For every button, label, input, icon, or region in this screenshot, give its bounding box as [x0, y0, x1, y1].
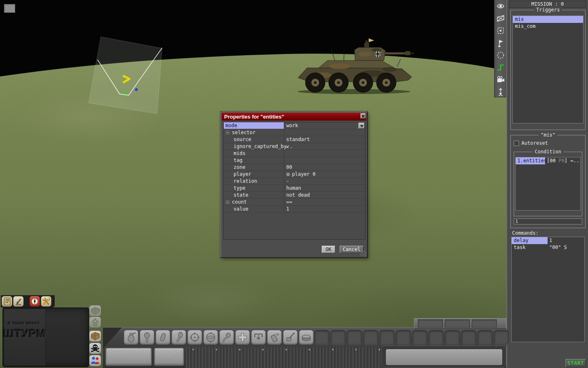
medkit-plus-icon[interactable]: [235, 330, 250, 345]
camera-icon[interactable]: [494, 74, 507, 86]
condition-item-value: [00 P0] =..: [545, 157, 580, 164]
squad-icon[interactable]: [89, 355, 101, 366]
detonator-icon[interactable]: [267, 330, 282, 345]
empty-slot[interactable]: [445, 330, 460, 345]
start-button[interactable]: START: [566, 359, 586, 367]
selection-marquee-icon[interactable]: [494, 25, 507, 37]
mission-header: MISSION : 0: [509, 1, 586, 8]
mis-group: "mis" Autoreset Condition 1.entities [00…: [510, 135, 586, 228]
empty-slot[interactable]: [347, 330, 362, 345]
resize-grip[interactable]: [360, 250, 366, 256]
condition-item-name: 1.entities: [516, 157, 545, 164]
empty-slot[interactable]: [331, 330, 345, 345]
property-row-mids[interactable]: mids: [224, 150, 365, 157]
tree-collapse-icon[interactable]: [226, 200, 229, 204]
waypoint-green-dot: [124, 92, 127, 94]
notes-icon[interactable]: [2, 296, 12, 307]
condition-value-input[interactable]: [514, 218, 582, 224]
check-icon: ✔: [286, 144, 289, 149]
close-icon[interactable]: [361, 113, 366, 119]
ok-button[interactable]: OK: [322, 246, 335, 253]
mine-icon[interactable]: [299, 330, 314, 345]
trigger-item-mis[interactable]: mis: [513, 16, 583, 23]
grenade-icon[interactable]: [124, 330, 138, 345]
antitank-grenade-icon[interactable]: [172, 330, 186, 345]
property-row-source[interactable]: source standart: [224, 136, 365, 143]
property-row-selector[interactable]: selector: [224, 129, 365, 136]
property-row-mode[interactable]: mode work: [224, 122, 365, 129]
empty-slot-row: [314, 330, 509, 345]
hand-slot-right[interactable]: [154, 348, 184, 366]
empty-slot[interactable]: [461, 330, 476, 345]
empty-slot[interactable]: [478, 330, 492, 345]
ribbed-panel: [186, 347, 382, 368]
empty-slot[interactable]: [412, 330, 427, 345]
eye-icon[interactable]: [494, 0, 507, 12]
condition-item-entities[interactable]: 1.entities [00 P0] =..: [516, 157, 580, 164]
property-row-count[interactable]: count ==: [224, 199, 365, 206]
triggers-group: Triggers mis mis_com: [510, 10, 586, 130]
viewport-overlay-square: [4, 4, 15, 13]
brick-icon[interactable]: [89, 305, 101, 316]
empty-slot[interactable]: [396, 330, 411, 345]
property-row-zone[interactable]: zone 00: [224, 164, 365, 171]
stick-grenade-icon[interactable]: [140, 330, 154, 345]
property-row-ignore-captured[interactable]: ignore_captured_by.. ✔: [224, 143, 365, 150]
player-color-swatch[interactable]: [286, 173, 290, 176]
triggers-legend: Triggers: [534, 7, 562, 13]
properties-dialog: Properties for "entities" mode work sele…: [220, 112, 368, 258]
map-plane-icon[interactable]: [494, 12, 507, 25]
hand-slot-left[interactable]: [105, 348, 152, 366]
empty-slot[interactable]: [314, 330, 329, 345]
crosshair-icon[interactable]: [187, 330, 202, 345]
command-item-delay[interactable]: delay 1: [512, 237, 584, 244]
skull-icon[interactable]: [89, 343, 101, 354]
property-row-value[interactable]: value 1: [224, 206, 365, 213]
trigger-item-mis-com[interactable]: mis_com: [513, 23, 583, 30]
autoreset-row: Autoreset: [514, 140, 548, 146]
commands-list: delay 1 task "00" S: [511, 237, 585, 342]
empty-slot[interactable]: [380, 330, 394, 345]
pencil-icon[interactable]: [13, 296, 24, 307]
waypoint-flag-icon[interactable]: [494, 37, 507, 49]
autoreset-label: Autoreset: [521, 140, 548, 146]
mis-legend: "mis": [539, 132, 557, 138]
editor-mode-row: [1, 295, 55, 307]
command-item-task[interactable]: task "00" S: [512, 244, 584, 251]
armored-car-unit[interactable]: [295, 38, 415, 95]
deploy-frame-icon[interactable]: [251, 330, 266, 345]
weapon-button-row: [124, 330, 314, 345]
empty-slot[interactable]: [429, 330, 443, 345]
property-row-state[interactable]: state not dead: [224, 192, 365, 199]
status-display-inner: [385, 349, 503, 366]
autoreset-checkbox[interactable]: [514, 141, 519, 146]
ammo-slot[interactable]: [418, 319, 443, 328]
target-grenade-icon[interactable]: [203, 330, 218, 345]
waypoint-blue-dot: [135, 88, 138, 91]
condition-group: Condition 1.entities [00 P0] =..: [514, 152, 582, 216]
ammo-slot[interactable]: [445, 319, 470, 328]
explosive-charge-icon[interactable]: [283, 330, 298, 345]
property-row-player[interactable]: player player 0: [224, 171, 365, 178]
empty-slot[interactable]: [363, 330, 378, 345]
throw-grenade-icon[interactable]: [219, 330, 234, 345]
dialog-titlebar[interactable]: Properties for "entities": [222, 113, 366, 121]
link-path-icon[interactable]: [494, 61, 507, 74]
empty-slot[interactable]: [494, 330, 509, 345]
condition-list: 1.entities [00 P0] =..: [515, 157, 581, 211]
property-row-relation[interactable]: relation -: [224, 178, 365, 185]
compass-icon[interactable]: [29, 296, 40, 307]
ammo-slot[interactable]: [472, 319, 497, 328]
dialog-title: Properties for "entities": [222, 114, 284, 120]
tree-collapse-icon[interactable]: [226, 131, 229, 135]
entity-spawn-icon[interactable]: [494, 86, 507, 98]
chevron-down-icon[interactable]: [359, 123, 365, 129]
roof-arrow-icon[interactable]: [89, 316, 101, 328]
zone-marker[interactable]: [83, 33, 173, 117]
crate-icon[interactable]: [89, 330, 101, 342]
smoke-grenade-icon[interactable]: [156, 330, 170, 345]
property-row-type[interactable]: type human: [224, 185, 365, 192]
property-row-tag[interactable]: tag: [224, 157, 365, 164]
radius-circle-icon[interactable]: [494, 49, 507, 61]
tools-icon[interactable]: [41, 296, 51, 307]
